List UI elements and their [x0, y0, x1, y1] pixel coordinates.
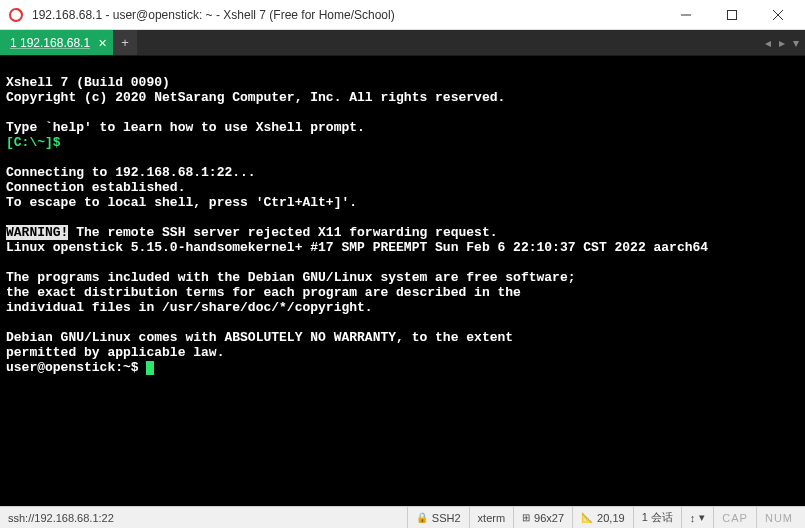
- term-line: To escape to local shell, press 'Ctrl+Al…: [6, 195, 357, 210]
- minimize-button[interactable]: [663, 0, 709, 30]
- status-numlock: NUM: [756, 507, 801, 528]
- ruler-icon: 📐: [581, 512, 593, 523]
- svg-rect-2: [728, 10, 737, 19]
- status-sessions[interactable]: 1 会话: [633, 507, 681, 528]
- close-button[interactable]: [755, 0, 801, 30]
- term-line: permitted by applicable law.: [6, 345, 224, 360]
- status-capslock: CAP: [713, 507, 756, 528]
- statusbar: ssh://192.168.68.1:22 🔒 SSH2 xterm ⊞ 96x…: [0, 506, 805, 528]
- term-line: The remote SSH server rejected X11 forwa…: [68, 225, 497, 240]
- tab-prev-icon[interactable]: ◂: [765, 36, 771, 50]
- tab-nav: ◂ ▸ ▾: [759, 30, 805, 55]
- window-controls: [663, 0, 801, 30]
- status-term-type: xterm: [469, 507, 514, 528]
- cursor: [146, 361, 154, 375]
- terminal[interactable]: Xshell 7 (Build 0090) Copyright (c) 2020…: [0, 56, 805, 506]
- term-line: Connection established.: [6, 180, 185, 195]
- app-icon: [8, 7, 24, 23]
- grid-icon: ⊞: [522, 512, 530, 523]
- term-line: the exact distribution terms for each pr…: [6, 285, 521, 300]
- term-prompt-local: [C:\~]$: [6, 135, 61, 150]
- tab-next-icon[interactable]: ▸: [779, 36, 785, 50]
- status-network-icon[interactable]: ↕ ▾: [681, 507, 714, 528]
- term-line: [61, 135, 69, 150]
- term-warning-label: WARNING!: [6, 225, 68, 240]
- term-line: Debian GNU/Linux comes with ABSOLUTELY N…: [6, 330, 513, 345]
- titlebar: 192.168.68.1 - user@openstick: ~ - Xshel…: [0, 0, 805, 30]
- status-cursor-pos: 📐 20,19: [572, 507, 633, 528]
- tab-session-1[interactable]: 1 192.168.68.1 ✕: [0, 30, 113, 55]
- status-size: ⊞ 96x27: [513, 507, 572, 528]
- tab-close-icon[interactable]: ✕: [98, 37, 107, 50]
- term-line: Xshell 7 (Build 0090): [6, 75, 170, 90]
- chevron-up-icon: ↕: [690, 512, 696, 524]
- term-prompt-remote: user@openstick:~$: [6, 360, 146, 375]
- status-path: ssh://192.168.68.1:22: [4, 512, 407, 524]
- dropdown-icon: ▾: [699, 511, 705, 524]
- maximize-button[interactable]: [709, 0, 755, 30]
- term-line: Connecting to 192.168.68.1:22...: [6, 165, 256, 180]
- tabbar: 1 192.168.68.1 ✕ + ◂ ▸ ▾: [0, 30, 805, 56]
- term-line: Linux openstick 5.15.0-handsomekernel+ #…: [6, 240, 708, 255]
- term-line: individual files in /usr/share/doc/*/cop…: [6, 300, 373, 315]
- status-protocol: 🔒 SSH2: [407, 507, 469, 528]
- term-line: The programs included with the Debian GN…: [6, 270, 576, 285]
- lock-icon: 🔒: [416, 512, 428, 523]
- window-title: 192.168.68.1 - user@openstick: ~ - Xshel…: [32, 8, 663, 22]
- term-line: Copyright (c) 2020 NetSarang Computer, I…: [6, 90, 505, 105]
- new-tab-button[interactable]: +: [113, 30, 137, 55]
- term-line: Type `help' to learn how to use Xshell p…: [6, 120, 365, 135]
- tab-menu-icon[interactable]: ▾: [793, 36, 799, 50]
- tab-label: 1 192.168.68.1: [10, 36, 90, 50]
